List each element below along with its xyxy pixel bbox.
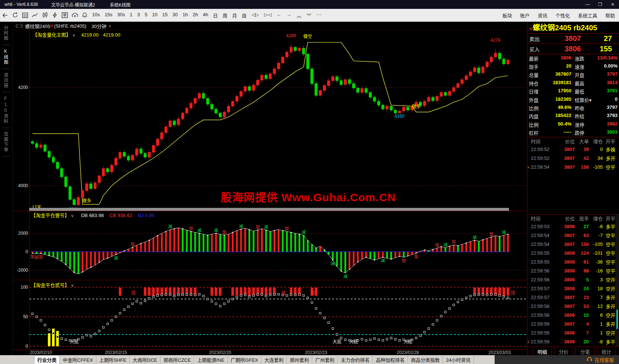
order-icon[interactable]: 单 [60, 11, 70, 20]
market-tab-广州套利[interactable]: 广州套利 [312, 356, 338, 364]
quote-grid-row: 比例50.4%涨停3982 [527, 120, 619, 128]
timeframe-button-月[interactable]: 月 [232, 12, 237, 19]
chevron-down-icon[interactable]: ∨ [71, 283, 74, 288]
tape-col-现手: 现手 [575, 215, 589, 222]
headset-icon[interactable] [587, 356, 592, 363]
chart-canvas[interactable]: 420040004289做空42784150做多做多396117天20000-2… [0, 0, 619, 364]
tape-row: 22:59:54380762-7空平 [527, 231, 619, 240]
sidebar-tab-K线图[interactable]: K线图 [3, 49, 10, 69]
svg-text:加: 加 [131, 242, 135, 247]
menu-帮助[interactable]: 帮助 [605, 12, 615, 19]
market-tab-大连套利[interactable]: 大连套利 [261, 356, 287, 364]
chart-tab-header[interactable]: ⊏⊐ 螺纹钢2405 M (SHFE rb2405) 30分钟 ∨ [13, 22, 527, 30]
chevron-down-icon[interactable]: ∨ [72, 33, 75, 37]
scrollbar-thumb[interactable] [616, 310, 618, 329]
tape-col-增仓: 增仓 [589, 138, 603, 145]
menu-账户[interactable]: 账户 [520, 12, 530, 19]
bell-icon[interactable] [80, 11, 90, 20]
tape-row: 22:59:53380627-6多平 [527, 222, 619, 231]
market-tab-大商所DCE[interactable]: 大商所DCE [130, 356, 160, 364]
field-value: 50.4% [558, 121, 571, 128]
tape-time: 22:59:59 [527, 330, 556, 336]
main-contract-flag: M [529, 27, 532, 31]
menu-资讯[interactable]: 资讯 [538, 12, 547, 19]
timeframe-button-日[interactable]: 日 [213, 12, 218, 19]
cloud-icon[interactable] [70, 11, 80, 20]
tape-tab-统计[interactable]: 统计 [597, 348, 616, 356]
market-tab-上期能源INE[interactable]: 上期能源INE [194, 356, 228, 364]
field-label: 内盘 [529, 113, 539, 120]
tape-tab-分价[interactable]: 分价 [554, 348, 573, 356]
timeframe-button-30s[interactable]: 30s [117, 12, 125, 19]
timeframe-button-10[interactable]: 10 [152, 12, 157, 19]
close-button[interactable]: ✕ [606, 2, 619, 7]
compress-icon[interactable]: ◁▷ [251, 12, 259, 19]
market-tab-郑州套利[interactable]: 郑州套利 [287, 356, 312, 364]
zoom-out-icon[interactable]: ︾ [307, 12, 312, 19]
timeframe-button-4h[interactable]: 4h [203, 12, 208, 19]
chevron-down-icon[interactable]: ∨ [108, 24, 111, 28]
timeframe-button-1[interactable]: 1 [130, 12, 132, 19]
menu-系统工具[interactable]: 系统工具 [578, 12, 597, 19]
timeframe-button-10s[interactable]: 10s [92, 12, 100, 19]
timeframe-button-15[interactable]: 15 [162, 12, 168, 19]
online-service-link[interactable]: 在线客服 [595, 356, 614, 363]
market-tab-商品分类指数[interactable]: 商品分类指数 [408, 356, 443, 364]
quote-list-icon[interactable] [20, 11, 30, 20]
tape-oi-change: 34 [589, 155, 603, 161]
quote-grid-row: 现手20速涨0.00% [527, 62, 619, 71]
svg-text:4289: 4289 [286, 33, 296, 38]
line-chart-icon[interactable] [30, 11, 40, 20]
market-tab-郑商所CZCE[interactable]: 郑商所CZCE [161, 356, 194, 364]
ask-qty: 27 [604, 34, 612, 43]
chevron-down-icon[interactable]: ∨ [71, 213, 74, 218]
main-pane-title[interactable]: 【淘金量化主图】∨4219.004219.00 [32, 31, 120, 38]
menu-个性化[interactable]: 个性化 [556, 12, 570, 19]
market-tab-主力合约排名[interactable]: 主力合约排名 [338, 356, 373, 364]
back-icon[interactable] [0, 11, 10, 20]
quote-field-开盘: 开盘3797 [573, 71, 619, 78]
restore-button[interactable]: ❐ [594, 2, 606, 7]
refresh-icon[interactable] [10, 11, 20, 20]
menu-板块[interactable]: 板块 [502, 12, 512, 19]
market-tab-品种加权排名[interactable]: 品种加权排名 [373, 356, 408, 364]
period-label: 30分钟 [92, 23, 106, 30]
field-label: 结算价▾ [575, 96, 592, 103]
timeframe-button-30[interactable]: 30 [172, 12, 178, 19]
market-tab-行业分类[interactable]: 行业分类 [34, 355, 60, 364]
market-tab-中金所CFFEX[interactable]: 中金所CFFEX [60, 356, 96, 364]
market-tab-广期所GFEX[interactable]: 广期所GFEX [228, 356, 261, 364]
candlestick-icon[interactable] [40, 11, 50, 20]
timeframe-button-3[interactable]: 3 [137, 12, 140, 19]
timeframe-button-5[interactable]: 5 [145, 12, 147, 19]
pane-divider-scrollbar[interactable] [29, 208, 509, 211]
quote-field-涨跌: 涨跌13/0.34% [573, 55, 619, 62]
market-tab-24小时资讯[interactable]: 24小时资讯 [443, 356, 474, 364]
tape-tab-明细[interactable]: 明细 [533, 348, 552, 356]
page-right-icon[interactable]: → [286, 12, 291, 19]
osc2-pane-title[interactable]: 【淘金平仓贰号】∨ [31, 281, 75, 288]
tape-tab-分笔[interactable]: 分笔 [575, 348, 595, 356]
timeframe-button-15s[interactable]: 15s [104, 12, 112, 19]
timeframe-button-1h[interactable]: 1h [183, 12, 188, 19]
sidebar-tab-分时图[interactable]: 分时图 [3, 25, 10, 45]
timeframe-button-2h[interactable]: 2h [193, 12, 198, 19]
quote-field-内盘: 内盘185422 [527, 113, 573, 120]
timeframe-button-周[interactable]: 周 [223, 12, 227, 19]
market-tab-上期所SHFE[interactable]: 上期所SHFE [96, 356, 130, 364]
svg-text:4200: 4200 [18, 85, 28, 90]
expand-icon[interactable]: ▷◁ [264, 12, 271, 19]
svg-text:加: 加 [31, 254, 35, 259]
tape-header: 时间价位现手增仓开平 [527, 214, 619, 222]
minimize-button[interactable]: — [581, 2, 594, 7]
timeframe-button-自[interactable]: 自 [242, 12, 247, 19]
page-left-icon[interactable]: ← [276, 12, 281, 19]
zoom-in-icon[interactable]: ︽ [296, 12, 301, 19]
sidebar-tab-F10资料[interactable]: F10资料 [3, 96, 10, 128]
flash-icon[interactable] [50, 11, 60, 20]
osc1-pane-title[interactable]: 【淘金平仓壹号】∨ DB 683.98 CB 938.62 BJ 0.00 [31, 212, 154, 219]
more-icon[interactable]: ⋯ [317, 12, 321, 19]
panel-scrollbar[interactable] [616, 214, 619, 346]
sidebar-tab-页面下单[interactable]: 页面下单 [3, 132, 10, 157]
sidebar-tab-资讯链[interactable]: 资讯链 [3, 73, 10, 92]
